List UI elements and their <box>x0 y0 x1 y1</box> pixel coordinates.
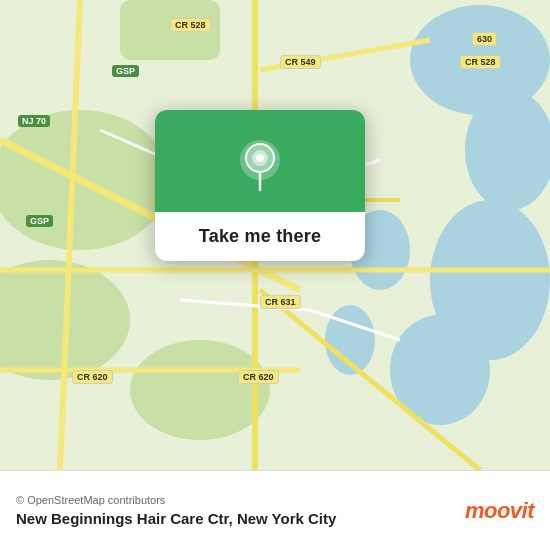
popup-card: Take me there <box>155 110 365 261</box>
moovit-text: moovit <box>465 498 534 524</box>
gsp-top-label: GSP <box>112 65 139 77</box>
osm-credit: © OpenStreetMap contributors <box>16 494 336 506</box>
svg-point-9 <box>130 340 270 440</box>
moovit-logo[interactable]: moovit <box>465 498 534 524</box>
nj70-label: NJ 70 <box>18 115 50 127</box>
location-pin-icon <box>236 138 284 194</box>
svg-point-26 <box>256 154 264 162</box>
popup-green-area <box>155 110 365 212</box>
take-me-there-button[interactable]: Take me there <box>199 226 321 247</box>
popup-button-area: Take me there <box>155 212 365 261</box>
bottom-left: © OpenStreetMap contributors New Beginni… <box>16 494 336 527</box>
cr630-label: 630 <box>472 32 497 46</box>
bottom-bar: © OpenStreetMap contributors New Beginni… <box>0 470 550 550</box>
map-container: CR 528 CR 528 CR 549 CR 631 CR 620 CR 62… <box>0 0 550 470</box>
cr620-left-label: CR 620 <box>72 370 113 384</box>
cr620-right-label: CR 620 <box>238 370 279 384</box>
gsp-bottom-label: GSP <box>26 215 53 227</box>
cr549-label: CR 549 <box>280 55 321 69</box>
location-name: New Beginnings Hair Care Ctr, New York C… <box>16 510 336 527</box>
cr528-right-label: CR 528 <box>460 55 501 69</box>
cr528-top-label: CR 528 <box>170 18 211 32</box>
cr631-label: CR 631 <box>260 295 301 309</box>
